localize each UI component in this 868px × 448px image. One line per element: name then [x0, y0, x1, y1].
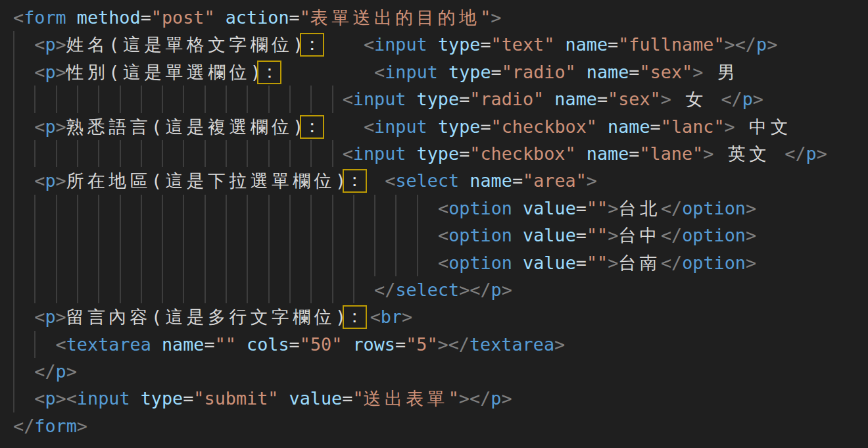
indent-guide [226, 222, 227, 249]
code-token: option [682, 225, 746, 245]
code-token: > [502, 280, 512, 300]
code-token: 女 [671, 89, 721, 109]
indent-guide [13, 385, 14, 412]
code-token: "radio" [502, 62, 576, 82]
indent-guide [289, 249, 291, 276]
code-line[interactable]: <p>姓名(這是單格文字欄位)：<input type="text" name=… [0, 31, 868, 58]
code-token: > [491, 7, 501, 28]
code-segment: <option value="">台南</option> [438, 249, 756, 276]
code-token: action [226, 7, 289, 28]
indent-guide [56, 222, 57, 249]
indent-guide [77, 140, 78, 167]
code-token: > [703, 143, 713, 164]
code-token: 台中 [618, 225, 661, 245]
code-token: < [385, 170, 395, 191]
code-token: </ [470, 280, 491, 300]
code-line[interactable]: <p>熟悉語言(這是複選欄位)：<input type="checkbox" n… [0, 113, 868, 140]
code-line[interactable]: <option value="">台中</option> [0, 222, 868, 249]
code-segment: <select name="area"> [385, 167, 597, 194]
indent-guide [353, 249, 354, 276]
code-token: value [523, 198, 576, 218]
indent-guide [77, 249, 78, 276]
code-token: < [13, 7, 24, 28]
code-line[interactable]: </p> [0, 358, 868, 385]
code-token [597, 116, 608, 137]
code-segment: <p>性別(這是單選欄位) [34, 59, 264, 86]
code-segment: <textarea name="" cols="50" rows="5"></t… [56, 331, 566, 358]
code-token: < [34, 62, 45, 82]
code-line[interactable]: <option value="">台南</option> [0, 249, 868, 276]
code-token: "sex" [608, 89, 661, 109]
code-token: type [448, 62, 491, 82]
code-token: " [480, 7, 491, 28]
code-token: "" [587, 198, 608, 218]
code-token: < [343, 143, 353, 164]
code-line[interactable]: <p>所在地區(這是下拉選單欄位)：<select name="area"> [0, 167, 868, 194]
indent-guide [13, 303, 14, 330]
indent-guide [34, 331, 36, 358]
code-token: = [597, 89, 608, 109]
code-token: "lane" [639, 143, 703, 164]
indent-guide [289, 276, 291, 303]
indent-guide [289, 195, 291, 222]
code-line[interactable]: <p><input type="submit" value="送出表單"></p… [0, 385, 868, 412]
code-token: "submit" [193, 388, 278, 409]
code-editor[interactable]: <form method="post" action="表單送出的目的地"><p… [0, 0, 868, 448]
code-token [512, 198, 523, 218]
code-token: p [45, 170, 55, 191]
code-token: option [448, 253, 512, 273]
code-token: > [56, 388, 66, 409]
indent-guide [205, 276, 206, 303]
indent-guide [56, 249, 57, 276]
code-token: p [756, 34, 767, 55]
code-line[interactable]: <textarea name="" cols="50" rows="5"></t… [0, 331, 868, 358]
code-token: rows [352, 334, 395, 355]
indent-guide [417, 249, 418, 276]
code-segment: </select></p> [374, 276, 512, 303]
unicode-highlight-box: ： [300, 115, 324, 139]
code-token: < [374, 62, 385, 82]
indent-guide [98, 86, 99, 112]
code-line[interactable]: <option value="">台北</option> [0, 195, 868, 222]
code-token: > [746, 198, 756, 218]
code-token: method [77, 7, 141, 28]
indent-guide [13, 249, 14, 276]
code-token [427, 34, 438, 55]
code-segment: <input type="radio" name="sex"> 男 [374, 59, 738, 86]
indent-guide [162, 249, 163, 276]
indent-guide [353, 222, 354, 249]
indent-guide [141, 140, 142, 167]
indent-guide [268, 249, 270, 276]
code-token [576, 62, 587, 82]
code-line[interactable]: <input type="radio" name="sex"> 女 </p> [0, 86, 868, 112]
code-token: </ [374, 280, 395, 300]
code-line[interactable]: <input type="checkbox" name="lane"> 英文 <… [0, 140, 868, 167]
code-token: 台北 [618, 198, 661, 218]
indent-guide [268, 140, 270, 167]
code-line[interactable]: <p>性別(這是單選欄位)：<input type="radio" name="… [0, 59, 868, 86]
unicode-highlight-box: ： [257, 61, 281, 84]
indent-guide [13, 86, 14, 112]
code-line[interactable]: <form method="post" action="表單送出的目的地"> [0, 4, 868, 31]
code-line[interactable]: </form> [0, 412, 868, 439]
indent-guide [56, 86, 57, 112]
indent-guide [13, 358, 14, 385]
indent-guide [120, 276, 121, 303]
code-token: < [34, 116, 45, 137]
indent-guide [395, 249, 397, 276]
code-line[interactable]: </select></p> [0, 276, 868, 303]
indent-guide [310, 276, 312, 303]
code-token: p [491, 388, 501, 409]
code-token: = [289, 7, 300, 28]
indent-guide [141, 249, 142, 276]
code-token: input [374, 34, 427, 55]
code-token: 性別(這是單選欄位) [66, 62, 265, 82]
code-token: < [343, 89, 353, 109]
code-token: < [34, 388, 45, 409]
code-token [427, 116, 438, 137]
code-segment: <br> [370, 303, 413, 330]
code-segment: <p>留言內容(這是多行文字欄位) [34, 303, 349, 330]
code-line[interactable]: <p>留言內容(這是多行文字欄位)：<br> [0, 303, 868, 330]
indent-guide [226, 140, 227, 167]
code-token: name [162, 334, 205, 355]
